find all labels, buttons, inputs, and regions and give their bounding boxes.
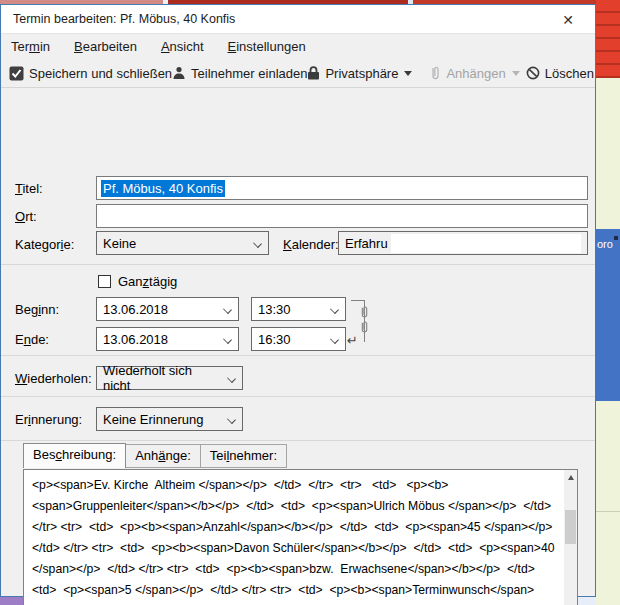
repeat-label: Wiederholen:: [15, 371, 92, 386]
description-scrollbar[interactable]: [564, 470, 577, 605]
redaction-overlay: [391, 234, 581, 253]
end-time-value: 16:30: [258, 332, 291, 347]
bg-calendar-area: [596, 401, 620, 605]
menu-bearbeiten[interactable]: Bearbeiten: [74, 39, 137, 54]
attach-label: Anhängen: [446, 66, 505, 81]
chevron-down-icon: [227, 374, 236, 383]
reminder-value: Keine Erinnerung: [103, 412, 203, 427]
location-label: Ort:: [15, 209, 37, 224]
menu-ansicht[interactable]: Ansicht: [161, 39, 204, 54]
allday-checkbox[interactable]: [98, 275, 111, 288]
return-arrow-icon: ↵: [347, 333, 358, 348]
reminder-label: Erinnerung:: [15, 412, 82, 427]
chevron-down-icon: [253, 239, 262, 248]
bg-calendar-event-blue: oro: [596, 229, 620, 401]
close-button[interactable]: ✕: [555, 10, 581, 30]
window-title: Termin bearbeiten: Pf. Möbus, 40 Konfis: [13, 12, 235, 26]
event-marker: [614, 236, 618, 240]
paperclip-icon: [430, 66, 441, 81]
calendar-label: Kalender:: [283, 237, 339, 252]
scroll-up-button[interactable]: [564, 470, 577, 485]
end-time-select[interactable]: 16:30: [251, 327, 346, 351]
privacy-dropdown-arrow-icon[interactable]: [404, 71, 412, 76]
end-label: Ende:: [15, 332, 49, 347]
title-input[interactable]: Pf. Möbus, 40 Konfis: [96, 176, 588, 200]
calendar-select[interactable]: Erfahru: [338, 231, 588, 255]
person-icon: [172, 66, 186, 80]
repeat-value: Wiederholt sich nicht: [103, 363, 220, 393]
location-input[interactable]: [96, 204, 588, 228]
detail-tabs: Beschreibung: Anhänge: Teilnehmer:: [23, 444, 287, 468]
start-time-value: 13:30: [258, 302, 291, 317]
category-select[interactable]: Keine: [96, 231, 269, 255]
delete-icon: [526, 66, 540, 80]
tab-teilnehmer[interactable]: Teilnehmer:: [201, 444, 287, 468]
start-time-select[interactable]: 13:30: [251, 297, 346, 321]
description-text: <p><span>Ev. Kirche Altheim </span></p> …: [32, 475, 561, 605]
privacy-button[interactable]: Privatsphäre: [307, 66, 398, 81]
section-divider: [1, 396, 595, 397]
delete-button[interactable]: Löschen: [526, 66, 594, 81]
menu-termin[interactable]: Termin: [11, 39, 50, 54]
title-label: Titel:: [15, 181, 43, 196]
chevron-down-icon: [227, 415, 236, 424]
title-input-selected-text: Pf. Möbus, 40 Konfis: [101, 180, 225, 197]
chevron-down-icon: [330, 335, 339, 344]
start-date-select[interactable]: 13.06.2018: [96, 297, 239, 321]
lock-icon: [307, 66, 320, 80]
bg-strip-right: [596, 597, 620, 605]
section-divider: [1, 264, 595, 265]
toolbar: Speichern und schließen Teilnehmer einla…: [1, 59, 595, 88]
chevron-down-icon: [330, 305, 339, 314]
event-form: Titel: Pf. Möbus, 40 Konfis Ort: Kategor…: [1, 88, 595, 597]
attach-dropdown-arrow-icon[interactable]: [512, 71, 520, 76]
bg-event-label: oro: [597, 238, 613, 250]
start-label: Beginn:: [15, 302, 59, 317]
end-date-select[interactable]: 13.06.2018: [96, 327, 239, 351]
privacy-label: Privatsphäre: [325, 66, 398, 81]
start-date-value: 13.06.2018: [103, 302, 168, 317]
end-date-value: 13.06.2018: [103, 332, 168, 347]
tab-anhaenge[interactable]: Anhänge:: [126, 444, 201, 468]
bg-calendar-area: [596, 78, 620, 229]
scrollbar-thumb[interactable]: [565, 510, 576, 544]
menu-einstellungen[interactable]: Einstellungen: [228, 39, 306, 54]
chevron-down-icon: [223, 335, 232, 344]
description-textarea[interactable]: <p><span>Ev. Kirche Altheim </span></p> …: [23, 469, 578, 605]
save-icon: [9, 66, 24, 81]
scroll-up-icon: [568, 475, 574, 480]
menu-bar: Termin Bearbeiten Ansicht Einstellungen: [1, 34, 595, 59]
reminder-select[interactable]: Keine Erinnerung: [96, 407, 243, 431]
category-label: Kategorie:: [15, 237, 74, 252]
edit-event-dialog: Termin bearbeiten: Pf. Möbus, 40 Konfis …: [0, 4, 596, 597]
category-value: Keine: [103, 236, 136, 251]
invite-attendees-label: Teilnehmer einladen: [191, 66, 307, 81]
repeat-select[interactable]: Wiederholt sich nicht: [96, 366, 243, 390]
save-and-close-label: Speichern und schließen: [29, 66, 172, 81]
link-dates-widget: ↵: [351, 297, 373, 349]
title-bar[interactable]: Termin bearbeiten: Pf. Möbus, 40 Konfis …: [1, 5, 595, 34]
paperclip-icon: [359, 306, 370, 319]
allday-label: Ganztägig: [118, 274, 177, 289]
tab-beschreibung[interactable]: Beschreibung:: [23, 443, 126, 468]
calendar-value: Erfahru: [345, 236, 388, 251]
chevron-down-icon: [223, 305, 232, 314]
bg-calendar-events-red: [596, 0, 620, 78]
section-divider: [1, 355, 595, 356]
attach-button[interactable]: Anhängen: [430, 66, 505, 81]
save-and-close-button[interactable]: Speichern und schließen: [9, 66, 172, 81]
delete-label: Löschen: [545, 66, 594, 81]
bg-calendar-gridline: [596, 511, 620, 512]
section-divider: [1, 440, 595, 441]
close-icon: ✕: [562, 12, 574, 28]
paperclip-icon: [359, 321, 370, 334]
screen: oro Termin bearbeiten: Pf. Möbus, 40 Kon…: [0, 0, 620, 605]
invite-attendees-button[interactable]: Teilnehmer einladen: [172, 66, 307, 81]
